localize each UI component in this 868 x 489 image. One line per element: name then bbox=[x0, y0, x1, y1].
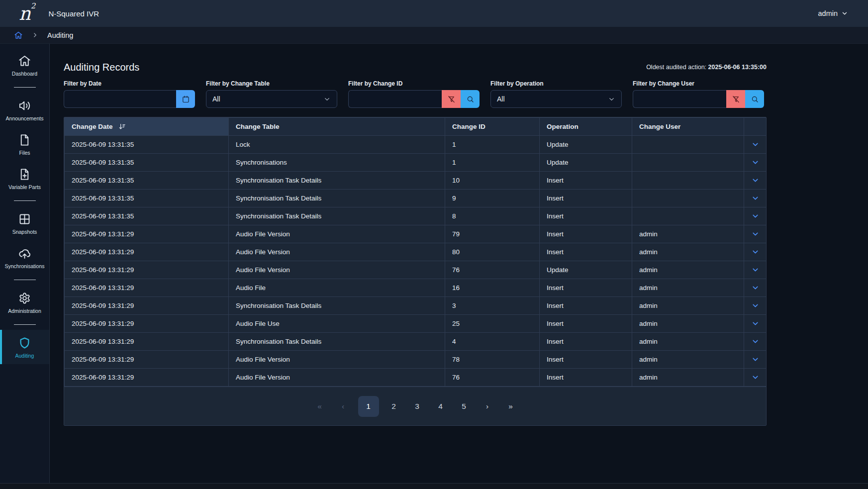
expand-row-button[interactable] bbox=[744, 243, 766, 261]
pagination-next-button[interactable]: › bbox=[479, 397, 496, 416]
change-user-filter-input[interactable] bbox=[633, 90, 726, 108]
cell-change-table: Audio File Version bbox=[229, 261, 445, 279]
cell-expand bbox=[744, 315, 767, 333]
table-row: 2025-06-09 13:31:29Audio File Version78I… bbox=[65, 351, 767, 369]
chevron-down-icon bbox=[751, 284, 760, 292]
cell-expand bbox=[744, 369, 767, 387]
page-title: Auditing Records bbox=[64, 62, 139, 73]
cell-change-id: 1 bbox=[445, 154, 540, 172]
filter-operation-label: Filter by Operation bbox=[490, 80, 622, 87]
expand-row-button[interactable] bbox=[744, 351, 766, 368]
chevron-down-icon bbox=[751, 355, 760, 364]
table-row: 2025-06-09 13:31:35Synchronisations1Upda… bbox=[65, 154, 767, 172]
column-header-change-date[interactable]: Change Date bbox=[65, 118, 229, 136]
pagination-first-button[interactable]: « bbox=[311, 397, 328, 416]
pagination-prev-button[interactable]: ‹ bbox=[335, 397, 352, 416]
column-header-operation[interactable]: Operation bbox=[540, 118, 632, 136]
search-icon bbox=[751, 95, 759, 103]
expand-row-button[interactable] bbox=[744, 154, 766, 171]
expand-row-button[interactable] bbox=[744, 261, 766, 279]
sidebar-item-dashboard[interactable]: Dashboard bbox=[0, 48, 49, 82]
expand-row-button[interactable] bbox=[744, 172, 766, 189]
cell-change-id: 16 bbox=[445, 279, 540, 297]
cell-change-table: Audio File Version bbox=[229, 225, 445, 243]
cell-operation: Insert bbox=[540, 190, 632, 207]
sidebar-item-label: Variable Parts bbox=[8, 184, 41, 190]
cell-change-user: admin bbox=[632, 351, 744, 369]
sidebar-item-files[interactable]: Files bbox=[0, 127, 49, 161]
user-menu[interactable]: admin bbox=[818, 9, 849, 17]
table-row: 2025-06-09 13:31:35Synchronisation Task … bbox=[65, 172, 767, 190]
expand-row-button[interactable] bbox=[744, 190, 766, 207]
pagination-page-2[interactable]: 2 bbox=[386, 397, 402, 416]
sidebar-item-synchronisations[interactable]: Synchronisations bbox=[0, 240, 49, 275]
table-row: 2025-06-09 13:31:29Audio File Version80I… bbox=[65, 243, 767, 261]
cell-change-id: 78 bbox=[445, 351, 540, 369]
chevron-down-icon bbox=[751, 337, 760, 346]
expand-row-button[interactable] bbox=[744, 297, 766, 314]
cell-change-date: 2025-06-09 13:31:35 bbox=[65, 154, 229, 172]
sidebar-item-announcements[interactable]: Announcements bbox=[0, 93, 49, 127]
cell-change-user: admin bbox=[632, 297, 744, 315]
cell-change-table: Synchronisation Task Details bbox=[229, 333, 445, 351]
column-header-label: Change Date bbox=[72, 123, 113, 130]
change-table-select-value: All bbox=[212, 95, 220, 103]
filter-operation: Filter by Operation All bbox=[490, 80, 622, 108]
sidebar-item-snapshots[interactable]: Snapshots bbox=[0, 206, 49, 240]
expand-row-button[interactable] bbox=[744, 207, 766, 225]
cell-operation: Update bbox=[540, 136, 632, 154]
clear-change-user-filter-button[interactable] bbox=[726, 90, 745, 108]
home-icon[interactable] bbox=[14, 31, 23, 40]
table-row: 2025-06-09 13:31:29Synchronisation Task … bbox=[65, 297, 767, 315]
pagination-page-1[interactable]: 1 bbox=[358, 396, 379, 417]
search-change-id-button[interactable] bbox=[461, 90, 480, 108]
pagination-page-5[interactable]: 5 bbox=[456, 397, 473, 416]
column-header-change-id[interactable]: Change ID bbox=[445, 118, 540, 136]
calendar-icon bbox=[182, 95, 190, 103]
cell-change-id: 10 bbox=[445, 172, 540, 190]
expand-row-button[interactable] bbox=[744, 315, 766, 332]
sidebar-item-variable-parts[interactable]: Variable Parts bbox=[0, 161, 49, 196]
cell-expand bbox=[744, 225, 767, 243]
filter-date: Filter by Date bbox=[64, 80, 195, 108]
column-header-change-user[interactable]: Change User bbox=[632, 118, 744, 136]
date-filter-input[interactable] bbox=[64, 90, 176, 108]
cell-change-date: 2025-06-09 13:31:29 bbox=[65, 369, 229, 387]
chevron-down-icon bbox=[751, 248, 760, 256]
pagination-last-button[interactable]: » bbox=[502, 397, 519, 416]
operation-select[interactable]: All bbox=[490, 90, 622, 108]
expand-row-button[interactable] bbox=[744, 369, 766, 386]
filter-date-label: Filter by Date bbox=[64, 80, 195, 87]
expand-row-button[interactable] bbox=[744, 333, 766, 350]
sidebar-item-auditing[interactable]: Auditing bbox=[0, 330, 49, 364]
cloud-upload-icon bbox=[18, 247, 31, 260]
cell-change-user bbox=[632, 207, 744, 225]
chevron-down-icon bbox=[608, 96, 615, 103]
sidebar-divider bbox=[14, 280, 36, 280]
window-bottom-edge bbox=[0, 483, 868, 489]
cell-operation: Update bbox=[540, 154, 632, 172]
filter-off-icon bbox=[447, 95, 456, 103]
sidebar-item-label: Files bbox=[19, 150, 30, 156]
cell-change-date: 2025-06-09 13:31:29 bbox=[65, 243, 229, 261]
column-header-change-table[interactable]: Change Table bbox=[229, 118, 445, 136]
change-table-select[interactable]: All bbox=[206, 90, 337, 108]
date-picker-button[interactable] bbox=[176, 90, 195, 108]
cell-change-date: 2025-06-09 13:31:29 bbox=[65, 225, 229, 243]
cell-operation: Insert bbox=[540, 225, 632, 243]
change-id-filter-input[interactable] bbox=[348, 90, 442, 108]
expand-row-button[interactable] bbox=[744, 279, 766, 296]
filter-change-table: Filter by Change Table All bbox=[206, 80, 337, 108]
pagination-page-4[interactable]: 4 bbox=[432, 397, 449, 416]
expand-row-button[interactable] bbox=[744, 136, 766, 153]
search-change-user-button[interactable] bbox=[745, 90, 764, 108]
cell-operation: Insert bbox=[540, 333, 632, 351]
sidebar-item-administration[interactable]: Administration bbox=[0, 285, 49, 319]
cell-change-date: 2025-06-09 13:31:35 bbox=[65, 207, 229, 225]
pagination-page-3[interactable]: 3 bbox=[409, 397, 426, 416]
filter-change-id: Filter by Change ID bbox=[348, 80, 480, 108]
expand-row-button[interactable] bbox=[744, 225, 766, 243]
cell-change-id: 79 bbox=[445, 225, 540, 243]
clear-change-id-filter-button[interactable] bbox=[442, 90, 461, 108]
chevron-down-icon bbox=[751, 319, 760, 328]
